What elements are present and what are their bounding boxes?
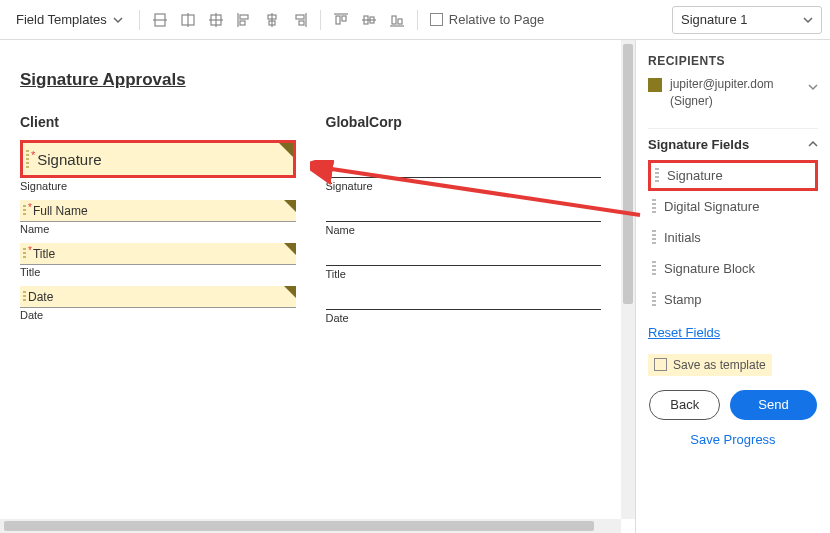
field-label: Title: [326, 268, 602, 280]
field-templates-label: Field Templates: [16, 12, 107, 27]
vertical-scrollbar[interactable]: [621, 40, 635, 519]
empty-date-line[interactable]: [326, 292, 602, 310]
field-type-label: Signature: [667, 168, 723, 183]
align-top-button[interactable]: [329, 8, 353, 32]
chevron-up-icon: [808, 139, 818, 149]
scrollbar-thumb[interactable]: [4, 521, 594, 531]
field-label: Signature: [326, 180, 602, 192]
svg-rect-24: [398, 19, 402, 24]
field-label: Name: [20, 223, 296, 235]
field-placeholder: Title: [33, 247, 55, 261]
column-header: GlobalCorp: [326, 114, 602, 130]
svg-rect-14: [296, 15, 304, 19]
drag-grip-icon: [655, 168, 659, 182]
title-field-client[interactable]: * Title: [20, 243, 296, 265]
align-bottom-button[interactable]: [385, 8, 409, 32]
field-label: Signature: [20, 180, 296, 192]
field-type-digital-signature[interactable]: Digital Signature: [648, 191, 818, 222]
horizontal-scrollbar[interactable]: [0, 519, 621, 533]
recipients-title: RECIPIENTS: [648, 54, 818, 68]
signature-fields-title: Signature Fields: [648, 137, 749, 152]
field-placeholder: Date: [28, 290, 53, 304]
toolbar-separator: [320, 10, 321, 30]
column-client: Client * Signature Signature * Full Name: [20, 114, 296, 332]
document-viewport: Signature Approvals Client * Signature S…: [0, 40, 635, 533]
fullname-field-client[interactable]: * Full Name: [20, 200, 296, 222]
field-corner-marker: [284, 200, 296, 212]
svg-rect-9: [240, 21, 245, 25]
svg-rect-8: [240, 15, 248, 19]
recipient-role: (Signer): [670, 93, 800, 110]
field-type-label: Signature Block: [664, 261, 755, 276]
field-type-label: Stamp: [664, 292, 702, 307]
svg-rect-17: [336, 16, 340, 24]
drag-grip-icon: [652, 261, 656, 275]
align-width-button[interactable]: [148, 8, 172, 32]
required-asterisk: *: [31, 149, 35, 161]
field-label: Title: [20, 266, 296, 278]
drag-grip-icon: [23, 205, 26, 217]
signature-fields-header[interactable]: Signature Fields: [648, 128, 818, 160]
svg-rect-18: [342, 16, 346, 21]
chevron-down-icon: [808, 80, 818, 95]
align-center-v-button[interactable]: [357, 8, 381, 32]
date-field-client[interactable]: Date: [20, 286, 296, 308]
action-buttons: Back Send: [648, 390, 818, 420]
field-type-initials[interactable]: Initials: [648, 222, 818, 253]
save-as-template-toggle[interactable]: Save as template: [648, 354, 772, 376]
field-templates-dropdown[interactable]: Field Templates: [8, 8, 131, 31]
align-left-button[interactable]: [232, 8, 256, 32]
align-right-button[interactable]: [288, 8, 312, 32]
reset-fields-link[interactable]: Reset Fields: [648, 325, 720, 340]
document-title: Signature Approvals: [20, 70, 601, 90]
field-label: Date: [326, 312, 602, 324]
field-corner-marker: [284, 286, 296, 298]
field-placeholder: Full Name: [33, 204, 88, 218]
signer-select-value: Signature 1: [681, 12, 748, 27]
signer-select[interactable]: Signature 1: [672, 6, 822, 34]
empty-signature-line[interactable]: [326, 152, 602, 178]
recipient-row[interactable]: jupiter@jupiter.dom (Signer): [648, 76, 818, 110]
field-type-signature-block[interactable]: Signature Block: [648, 253, 818, 284]
save-progress-link[interactable]: Save Progress: [648, 432, 818, 447]
toolbar-separator: [139, 10, 140, 30]
svg-rect-15: [299, 21, 304, 25]
field-type-stamp[interactable]: Stamp: [648, 284, 818, 315]
relative-to-page-toggle[interactable]: Relative to Page: [430, 12, 544, 27]
align-height-button[interactable]: [176, 8, 200, 32]
send-button[interactable]: Send: [730, 390, 816, 420]
field-corner-marker: [284, 243, 296, 255]
toolbar: Field Templates Relative to Page Signatu…: [0, 0, 830, 40]
recipient-color-swatch: [648, 78, 662, 92]
drag-grip-icon: [23, 291, 26, 303]
recipient-email: jupiter@jupiter.dom: [670, 76, 800, 93]
right-panel: RECIPIENTS jupiter@jupiter.dom (Signer) …: [635, 40, 830, 533]
relative-to-page-label: Relative to Page: [449, 12, 544, 27]
drag-grip-icon: [652, 199, 656, 213]
checkbox-icon: [654, 358, 667, 371]
signature-field-client[interactable]: * Signature: [20, 140, 296, 178]
back-button[interactable]: Back: [649, 390, 720, 420]
field-type-label: Digital Signature: [664, 199, 759, 214]
field-corner-marker: [279, 143, 293, 157]
align-center-h-button[interactable]: [260, 8, 284, 32]
empty-title-line[interactable]: [326, 248, 602, 266]
empty-name-line[interactable]: [326, 204, 602, 222]
field-label: Name: [326, 224, 602, 236]
toolbar-separator: [417, 10, 418, 30]
checkbox-icon: [430, 13, 443, 26]
align-both-button[interactable]: [204, 8, 228, 32]
required-asterisk: *: [28, 202, 32, 213]
document-columns: Client * Signature Signature * Full Name: [20, 114, 601, 332]
drag-grip-icon: [26, 150, 29, 168]
required-asterisk: *: [28, 245, 32, 256]
save-as-template-label: Save as template: [673, 358, 766, 372]
main-area: Signature Approvals Client * Signature S…: [0, 40, 830, 533]
column-globalcorp: GlobalCorp Signature Name Title Date: [326, 114, 602, 332]
recipient-info: jupiter@jupiter.dom (Signer): [670, 76, 800, 110]
scrollbar-thumb[interactable]: [623, 44, 633, 304]
document-canvas[interactable]: Signature Approvals Client * Signature S…: [0, 40, 621, 519]
field-type-signature[interactable]: Signature: [648, 160, 818, 191]
column-header: Client: [20, 114, 296, 130]
drag-grip-icon: [652, 230, 656, 244]
